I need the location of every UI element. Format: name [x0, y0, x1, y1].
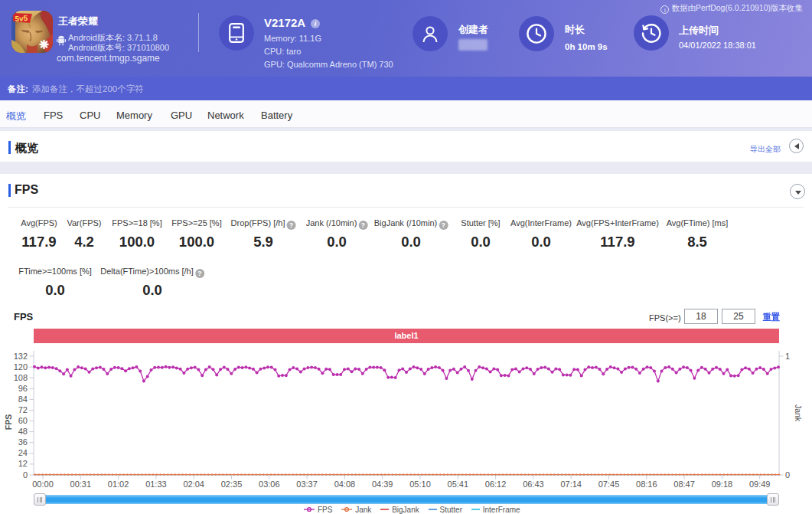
svg-text:132: 132 [14, 352, 28, 361]
svg-text:48: 48 [18, 427, 28, 436]
svg-text:1: 1 [785, 352, 790, 361]
svg-text:07:14: 07:14 [560, 480, 582, 489]
svg-text:0: 0 [23, 470, 28, 480]
svg-text:01:33: 01:33 [145, 480, 167, 489]
svg-text:120: 120 [14, 362, 28, 372]
svg-text:01:02: 01:02 [108, 480, 129, 489]
svg-text:5v5: 5v5 [15, 14, 28, 23]
svg-text:96: 96 [18, 384, 28, 393]
svg-text:09:18: 09:18 [712, 480, 733, 489]
svg-text:00:31: 00:31 [70, 480, 92, 489]
svg-text:08:16: 08:16 [636, 480, 657, 489]
svg-text:03:06: 03:06 [259, 480, 280, 489]
svg-text:04:39: 04:39 [372, 480, 393, 489]
svg-text:06:43: 06:43 [523, 480, 544, 489]
svg-text:0: 0 [785, 470, 790, 480]
svg-text:60: 60 [18, 416, 28, 425]
svg-text:05:10: 05:10 [409, 480, 431, 489]
svg-text:36: 36 [18, 437, 28, 447]
svg-text:03:37: 03:37 [296, 480, 318, 489]
svg-text:06:12: 06:12 [485, 480, 507, 489]
svg-text:05:41: 05:41 [448, 480, 469, 489]
svg-text:07:45: 07:45 [598, 480, 620, 489]
svg-text:02:35: 02:35 [221, 480, 243, 489]
svg-text:02:04: 02:04 [183, 480, 204, 489]
svg-text:08:47: 08:47 [673, 480, 695, 489]
svg-text:84: 84 [18, 395, 28, 404]
svg-text:24: 24 [18, 448, 28, 457]
svg-text:108: 108 [14, 373, 28, 382]
svg-text:00:00: 00:00 [32, 480, 54, 489]
svg-text:04:08: 04:08 [334, 480, 356, 489]
svg-text:72: 72 [18, 405, 28, 414]
svg-text:09:49: 09:49 [749, 480, 771, 489]
svg-text:12: 12 [18, 459, 28, 468]
